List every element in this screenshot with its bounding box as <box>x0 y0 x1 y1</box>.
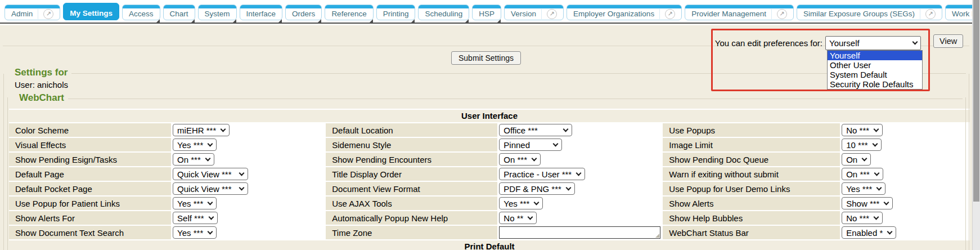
setting-label: Show Document Text Search <box>9 226 171 239</box>
section-header-row: User Interface <box>9 110 970 122</box>
preferences-select[interactable]: Yourself <box>825 36 921 50</box>
setting-select-use-popups[interactable]: No *** <box>842 124 883 136</box>
tab-similar-exposure-groups-segs[interactable]: Similar Exposure Groups (SEGs)↗ <box>797 5 942 20</box>
tab-label: Interface <box>246 10 276 18</box>
view-button[interactable]: View <box>933 34 963 48</box>
tab-my-settings[interactable]: My Settings <box>63 3 119 20</box>
setting-select-default-pocket-page[interactable]: Quick View *** <box>173 182 248 195</box>
chevron-down-icon <box>534 199 540 205</box>
setting-select-show-alerts[interactable]: Show *** <box>842 197 893 209</box>
select-value: PDF & PNG *** <box>504 184 561 194</box>
settings-row: Default PageQuick View ***Title Display … <box>9 167 970 181</box>
setting-select-show-pending-doc-queue[interactable]: On <box>842 153 871 166</box>
setting-select-document-view-format[interactable]: PDF & PNG *** <box>499 182 575 195</box>
tab-work-locations[interactable]: Work Locations↗ <box>945 5 972 20</box>
setting-label: WebChart Status Bar <box>663 226 840 239</box>
preferences-dropdown-list: YourselfOther UserSystem DefaultSecurity… <box>827 50 923 90</box>
setting-select-visual-effects[interactable]: Yes *** <box>173 139 217 151</box>
tab-admin[interactable]: Admin↗ <box>5 5 60 20</box>
tab-hsp[interactable]: HSP <box>472 5 501 20</box>
tab-scheduling[interactable]: Scheduling <box>418 5 469 20</box>
chevron-down-icon <box>884 199 889 205</box>
open-new-window-icon[interactable]: ↗ <box>43 9 53 19</box>
chevron-down-icon <box>874 170 879 176</box>
settings-row: Use Popup for Patient LinksYes ***Use AJ… <box>9 197 970 210</box>
select-value: 10 *** <box>846 140 867 150</box>
setting-select-image-limit[interactable]: 10 *** <box>842 139 881 151</box>
setting-select-show-document-text-search[interactable]: Yes *** <box>173 226 217 239</box>
chevron-down-icon <box>912 39 918 45</box>
tab-printing[interactable]: Printing <box>376 5 416 20</box>
tab-label: Admin <box>11 10 33 18</box>
submit-settings-button[interactable]: Submit Settings <box>451 51 521 65</box>
tab-divider: ↗ <box>920 9 936 19</box>
select-value: Pinned <box>504 140 530 150</box>
open-new-window-icon[interactable]: ↗ <box>925 9 936 19</box>
tab-interface[interactable]: Interface <box>240 5 283 20</box>
setting-select-use-ajax-tools[interactable]: Yes *** <box>499 197 543 209</box>
tab-label: My Settings <box>70 9 113 17</box>
tab-chart[interactable]: Chart <box>163 5 195 20</box>
setting-select-show-pending-encounters[interactable]: On *** <box>499 153 541 166</box>
select-value: No ** <box>504 213 523 223</box>
dropdown-option-yourself[interactable]: Yourself <box>828 51 922 60</box>
setting-select-warn-if-exiting-without-submit[interactable]: On *** <box>842 168 883 180</box>
preferences-selected-value: Yourself <box>829 38 860 48</box>
setting-select-default-location[interactable]: Office *** <box>499 124 572 136</box>
setting-label: Title Display Order <box>326 167 497 181</box>
tab-divider: ↗ <box>659 9 675 19</box>
scrollbar-thumb[interactable] <box>973 0 979 202</box>
setting-select-title-display-order[interactable]: Practice - User *** <box>499 168 585 180</box>
dropdown-option-security-role-defaults[interactable]: Security Role Defaults <box>828 79 922 89</box>
fieldset-left-border <box>3 74 4 250</box>
open-new-window-icon[interactable]: ↗ <box>665 9 675 19</box>
dropdown-option-system-default[interactable]: System Default <box>828 70 922 79</box>
tab-reference[interactable]: Reference <box>325 5 373 20</box>
tab-label: Printing <box>383 10 409 18</box>
tab-bar: Admin↗My SettingsAccessChartSystemInterf… <box>0 0 972 24</box>
tab-provider-management[interactable]: Provider Management↗ <box>685 5 794 20</box>
open-new-window-icon[interactable]: ↗ <box>547 9 557 19</box>
setting-label: Visual Effects <box>9 138 171 151</box>
setting-select-show-pending-esign-tasks[interactable]: On *** <box>173 153 214 166</box>
tab-system[interactable]: System <box>198 5 237 20</box>
chevron-down-icon <box>887 229 893 234</box>
open-new-window-icon[interactable]: ↗ <box>777 9 787 19</box>
tab-employer-organizations[interactable]: Employer Organizations↗ <box>567 5 682 20</box>
chevron-down-icon <box>208 229 213 234</box>
tab-label: Reference <box>331 10 366 18</box>
select-value: No *** <box>846 126 869 135</box>
chevron-down-icon <box>876 185 882 190</box>
setting-select-automatically-popup-new-help[interactable]: No ** <box>499 212 537 224</box>
setting-select-webchart-status-bar[interactable]: Enabled * <box>842 226 896 239</box>
setting-select-sidemenu-style[interactable]: Pinned <box>499 139 562 151</box>
tab-label: HSP <box>479 10 495 18</box>
tab-orders[interactable]: Orders <box>285 5 322 20</box>
submenu-triangle-icon <box>233 19 236 23</box>
setting-select-use-popup-for-user-demo-links[interactable]: Yes *** <box>842 182 885 195</box>
setting-select-use-popup-for-patient-links[interactable]: Yes *** <box>173 197 217 209</box>
tab-access[interactable]: Access <box>122 5 160 20</box>
submenu-triangle-icon <box>191 19 195 23</box>
vertical-scrollbar[interactable] <box>972 0 980 250</box>
settings-row: Show Pending Esign/TasksOn ***Show Pendi… <box>9 153 970 166</box>
tab-version[interactable]: Version↗ <box>504 5 564 20</box>
dropdown-option-other-user[interactable]: Other User <box>828 60 922 70</box>
submenu-triangle-icon <box>497 19 501 23</box>
setting-input-time-zone[interactable] <box>499 226 660 239</box>
main-column: Admin↗My SettingsAccessChartSystemInterf… <box>0 0 972 250</box>
setting-select-show-alerts-for[interactable]: Self *** <box>173 212 218 224</box>
select-value: Quick View *** <box>177 184 231 194</box>
tab-label: System <box>205 10 230 18</box>
tab-label: Orders <box>292 10 315 18</box>
select-value: On *** <box>504 155 527 164</box>
select-value: Show *** <box>846 199 879 208</box>
chevron-down-icon <box>208 199 213 205</box>
setting-select-show-help-bubbles[interactable]: No *** <box>842 212 883 224</box>
select-value: Enabled * <box>846 228 883 238</box>
setting-select-default-page[interactable]: Quick View *** <box>173 168 248 180</box>
submenu-triangle-icon <box>156 19 160 23</box>
select-value: Self *** <box>177 213 204 223</box>
submenu-triangle-icon <box>318 19 321 23</box>
setting-select-color-scheme[interactable]: miEHR *** <box>173 124 230 136</box>
